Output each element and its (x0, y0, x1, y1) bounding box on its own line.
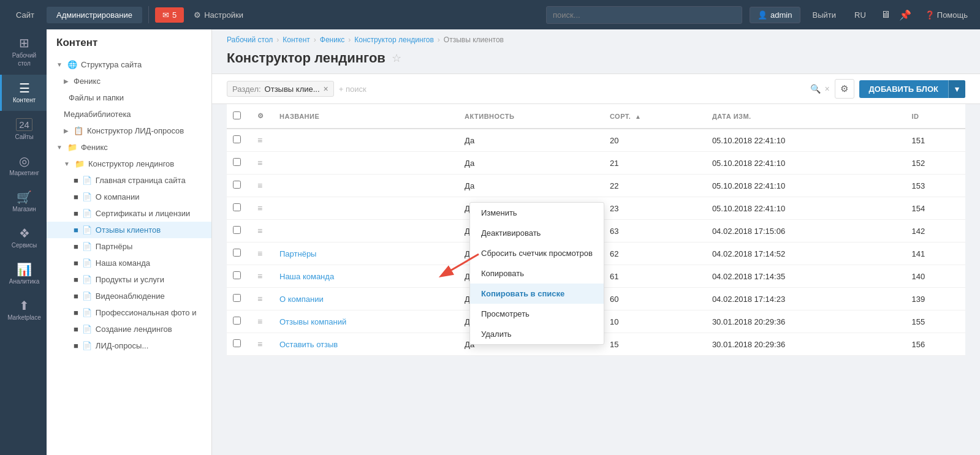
row-checkbox[interactable] (233, 203, 241, 211)
tree-item-main-page[interactable]: ■ 📄 Главная страница сайта (47, 172, 211, 189)
site-button[interactable]: Сайт (6, 7, 44, 23)
context-menu-item-reset-counter[interactable]: Сбросить счетчик просмотров (470, 243, 604, 263)
row-date: 04.02.2018 17:15:06 (706, 220, 906, 243)
favorite-star-icon[interactable]: ☆ (392, 51, 401, 65)
tree-item-files[interactable]: Файлы и папки (47, 89, 211, 106)
tree-item-create-landing[interactable]: ■ 📄 Создание лендингов (47, 321, 211, 337)
header-activity[interactable]: АКТИВНОСТЬ (458, 104, 604, 129)
row-checkbox[interactable] (233, 339, 241, 347)
context-menu-item-edit[interactable]: Изменить (470, 203, 604, 223)
sidebar-label-services: Сервисы (12, 242, 37, 249)
search-input[interactable] (546, 6, 742, 24)
tree-label: Профессиональная фото и (96, 308, 197, 317)
add-block-dropdown-arrow[interactable]: ▾ (949, 80, 965, 98)
admin-button[interactable]: Администрирование (47, 7, 142, 23)
tree-item-reviews[interactable]: ■ 📄 Отзывы клиентов (47, 222, 211, 238)
tree-item-partners[interactable]: ■ 📄 Партнёры (47, 238, 211, 255)
tree-label: Феникс (74, 77, 101, 86)
add-block-button[interactable]: ДОБАВИТЬ БЛОК ▾ (859, 80, 965, 98)
tree-item-feniks-2[interactable]: ▼ 📁 Феникс (47, 139, 211, 156)
filter-gear-button[interactable]: ⚙ (835, 79, 854, 99)
sidebar-item-shop[interactable]: 🛒 Магазин (0, 184, 47, 220)
row-name-link[interactable]: Отзывы компаний (279, 317, 346, 326)
main-layout: ⊞ Рабочийстол ☰ Контент 24 Сайты ◎ Марке… (0, 29, 980, 455)
row-menu-icon[interactable]: ≡ (257, 271, 262, 281)
row-menu-icon[interactable]: ≡ (257, 226, 262, 236)
context-menu-item-delete[interactable]: Удалить (470, 324, 604, 344)
row-checkbox[interactable] (233, 226, 241, 234)
select-all-checkbox[interactable] (233, 111, 241, 119)
sidebar-item-marketing[interactable]: ◎ Маркетинг (0, 148, 47, 184)
context-menu-item-deactivate[interactable]: Деактивировать (470, 223, 604, 243)
tree-item-photo[interactable]: ■ 📄 Профессиональная фото и (47, 304, 211, 321)
header-name[interactable]: НАЗВАНИЕ (273, 104, 458, 129)
row-checkbox[interactable] (233, 249, 241, 257)
row-menu-icon[interactable]: ≡ (257, 294, 262, 304)
settings-button[interactable]: ⚙ Настройки (186, 7, 251, 23)
row-date: 04.02.2018 17:14:35 (706, 265, 906, 288)
breadcrumb-content[interactable]: Контент (283, 36, 310, 44)
row-name-link[interactable]: Партнёры (279, 249, 316, 258)
sidebar-item-desktop[interactable]: ⊞ Рабочийстол (0, 29, 47, 75)
row-checkbox[interactable] (233, 271, 241, 279)
row-menu-icon[interactable]: ≡ (257, 249, 262, 258)
tree-item-products[interactable]: ■ 📄 Продукты и услуги (47, 271, 211, 288)
row-checkbox[interactable] (233, 317, 241, 325)
row-checkbox[interactable] (233, 294, 241, 302)
row-name-link[interactable]: Оставить отзыв (279, 340, 338, 349)
sidebar-item-marketplace[interactable]: ⬆ Marketplace (0, 292, 47, 328)
desktop-icon: ⊞ (19, 37, 29, 49)
sidebar-item-sites[interactable]: 24 Сайты (0, 111, 47, 148)
row-menu-icon[interactable]: ≡ (257, 135, 262, 145)
row-checkbox[interactable] (233, 135, 241, 143)
tree-item-landing-builder[interactable]: ▼ 📁 Конструктор лендингов (47, 156, 211, 172)
row-name-link[interactable]: О компании (279, 295, 324, 304)
context-menu-item-copy[interactable]: Копировать (470, 263, 604, 284)
sidebar-item-analytics[interactable]: 📊 Аналитика (0, 256, 47, 292)
tree-item-about[interactable]: ■ 📄 О компании (47, 189, 211, 205)
breadcrumb-sep: › (438, 36, 440, 44)
context-menu-item-view[interactable]: Просмотреть (470, 304, 604, 324)
breadcrumb-desktop[interactable]: Рабочий стол (227, 36, 273, 44)
breadcrumb-feniks[interactable]: Феникс (320, 36, 345, 44)
filter-clear-icon[interactable]: × (824, 84, 829, 94)
tree-item-media[interactable]: Медиабиблиотека (47, 106, 211, 122)
header-sort[interactable]: СОРТ. ▲ (604, 104, 706, 129)
tree-item-video[interactable]: ■ 📄 Видеонаблюдение (47, 288, 211, 304)
row-checkbox[interactable] (233, 158, 241, 166)
tree-item-certificates[interactable]: ■ 📄 Сертификаты и лицензии (47, 205, 211, 222)
row-menu-icon[interactable]: ≡ (257, 181, 262, 190)
tree-item-feniks-1[interactable]: ▶ Феникс (47, 73, 211, 89)
add-block-label[interactable]: ДОБАВИТЬ БЛОК (859, 80, 949, 98)
sidebar-item-services[interactable]: ❖ Сервисы (0, 220, 47, 256)
row-menu-icon[interactable]: ≡ (257, 203, 262, 213)
tree-item-structure[interactable]: ▼ 🌐 Структура сайта (47, 56, 211, 73)
tree-item-lid[interactable]: ▶ 📋 Конструктор ЛИД-опросов (47, 122, 211, 139)
pin-icon-button[interactable]: 📌 (897, 6, 914, 23)
separator (148, 6, 149, 23)
row-checkbox[interactable] (233, 181, 241, 189)
language-button[interactable]: RU (848, 7, 872, 23)
breadcrumb-landing[interactable]: Конструктор лендингов (354, 36, 434, 44)
user-button[interactable]: 👤 admin (750, 7, 800, 23)
context-menu-item-copy-in-list[interactable]: Копировать в списке (470, 284, 604, 304)
header-date[interactable]: ДАТА ИЗМ. (706, 104, 906, 129)
sidebar-item-content[interactable]: ☰ Контент (0, 75, 47, 111)
row-name-link[interactable]: Наша команда (279, 272, 334, 281)
row-menu-icon[interactable]: ≡ (257, 339, 262, 349)
header-id[interactable]: ID (905, 104, 965, 129)
tree-item-team[interactable]: ■ 📄 Наша команда (47, 255, 211, 271)
row-date: 04.02.2018 17:14:52 (706, 243, 906, 265)
row-menu-icon[interactable]: ≡ (257, 158, 262, 168)
logout-button[interactable]: Выйти (805, 7, 844, 23)
notification-count: 5 (172, 10, 177, 20)
monitor-icon-button[interactable]: 🖥 (877, 6, 894, 23)
filter-search-icon[interactable]: 🔍 (810, 84, 821, 94)
notifications-button[interactable]: ✉ 5 (155, 7, 184, 23)
help-button[interactable]: ❓ Помощь (919, 7, 974, 23)
filter-tag-close[interactable]: × (324, 84, 329, 94)
row-menu-icon[interactable]: ≡ (257, 317, 262, 326)
filter-search-input[interactable] (339, 85, 806, 94)
tree-item-lid-surveys[interactable]: ■ 📄 ЛИД-опросы... (47, 337, 211, 354)
sidebar-label-marketplace: Marketplace (7, 314, 40, 321)
